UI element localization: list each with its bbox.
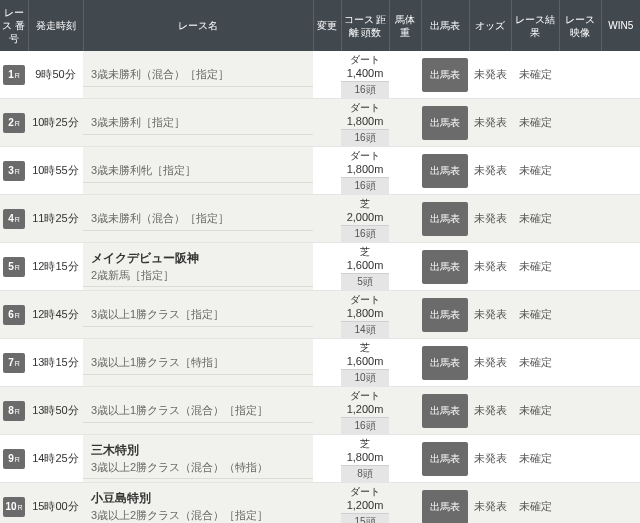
course-surface: ダート <box>341 483 389 499</box>
race-conditions: 3歳未勝利牝［指定］ <box>83 158 313 184</box>
entry-cell: 出馬表 <box>421 435 469 483</box>
race-conditions: 2歳新馬［指定］ <box>83 267 313 288</box>
weight-cell <box>389 195 421 243</box>
entry-list-button[interactable]: 出馬表 <box>422 106 468 140</box>
race-title-line: 三木特別 <box>83 438 313 459</box>
course-heads: 8頭 <box>341 465 389 482</box>
race-no-cell: 1R <box>0 51 28 99</box>
entry-cell: 出馬表 <box>421 243 469 291</box>
start-time: 11時25分 <box>28 195 83 243</box>
header-race-name: レース名 <box>83 0 313 51</box>
race-conditions: 3歳以上2勝クラス（混合）（特指） <box>83 459 313 480</box>
race-conditions: 3歳以上2勝クラス（混合）［指定］ <box>83 507 313 523</box>
change-cell <box>313 243 341 291</box>
result-cell: 未確定 <box>511 147 559 195</box>
entry-cell: 出馬表 <box>421 483 469 524</box>
race-conditions: 3歳未勝利（混合）［指定］ <box>83 62 313 88</box>
entry-cell: 出馬表 <box>421 291 469 339</box>
race-conditions: 3歳以上1勝クラス（混合）［指定］ <box>83 398 313 424</box>
race-name-cell[interactable]: 三木特別3歳以上2勝クラス（混合）（特指） <box>83 435 313 483</box>
header-race-no: レース 番号 <box>0 0 28 51</box>
entry-list-button[interactable]: 出馬表 <box>422 250 468 284</box>
table-row: 10R15時00分小豆島特別3歳以上2勝クラス（混合）［指定］ダート1,200m… <box>0 483 640 524</box>
entry-list-button[interactable]: 出馬表 <box>422 394 468 428</box>
win5-cell <box>601 339 640 387</box>
change-cell <box>313 195 341 243</box>
start-time: 13時15分 <box>28 339 83 387</box>
result-cell: 未確定 <box>511 195 559 243</box>
race-name-cell[interactable]: 3歳未勝利牝［指定］ <box>83 147 313 195</box>
win5-cell <box>601 99 640 147</box>
weight-cell <box>389 339 421 387</box>
entry-list-button[interactable]: 出馬表 <box>422 154 468 188</box>
course-distance: 1,600m <box>341 355 389 369</box>
race-conditions: 3歳未勝利（混合）［指定］ <box>83 206 313 232</box>
change-cell <box>313 387 341 435</box>
weight-cell <box>389 483 421 524</box>
race-name-cell[interactable]: 3歳以上1勝クラス［指定］ <box>83 291 313 339</box>
entry-list-button[interactable]: 出馬表 <box>422 298 468 332</box>
course-distance: 1,800m <box>341 451 389 465</box>
race-name-cell[interactable]: 3歳未勝利（混合）［指定］ <box>83 51 313 99</box>
start-time: 15時00分 <box>28 483 83 524</box>
course-distance: 2,000m <box>341 211 389 225</box>
race-name-cell[interactable]: 3歳未勝利（混合）［指定］ <box>83 195 313 243</box>
race-name-cell[interactable]: 3歳未勝利［指定］ <box>83 99 313 147</box>
race-conditions: 3歳以上1勝クラス［特指］ <box>83 350 313 376</box>
race-name-cell[interactable]: 3歳以上1勝クラス［特指］ <box>83 339 313 387</box>
change-cell <box>313 99 341 147</box>
entry-list-button[interactable]: 出馬表 <box>422 202 468 236</box>
header-course: コース 距離 頭数 <box>341 0 389 51</box>
course-surface: ダート <box>341 291 389 307</box>
course-cell: 芝2,000m16頭 <box>341 195 389 243</box>
course-distance: 1,800m <box>341 115 389 129</box>
win5-cell <box>601 51 640 99</box>
course-distance: 1,800m <box>341 307 389 321</box>
odds-cell: 未発表 <box>469 195 511 243</box>
table-row: 5R12時15分メイクデビュー阪神2歳新馬［指定］芝1,600m5頭出馬表未発表… <box>0 243 640 291</box>
weight-cell <box>389 435 421 483</box>
course-surface: ダート <box>341 51 389 67</box>
race-name-cell[interactable]: メイクデビュー阪神2歳新馬［指定］ <box>83 243 313 291</box>
entry-list-button[interactable]: 出馬表 <box>422 58 468 92</box>
race-name-cell[interactable]: 小豆島特別3歳以上2勝クラス（混合）［指定］ <box>83 483 313 524</box>
race-no-badge: 1R <box>3 65 25 85</box>
result-cell: 未確定 <box>511 51 559 99</box>
race-no-badge: 3R <box>3 161 25 181</box>
start-time: 10時55分 <box>28 147 83 195</box>
entry-list-button[interactable]: 出馬表 <box>422 442 468 476</box>
video-cell <box>559 483 601 524</box>
change-cell <box>313 435 341 483</box>
race-no-badge: 8R <box>3 401 25 421</box>
race-no-cell: 7R <box>0 339 28 387</box>
video-cell <box>559 147 601 195</box>
course-cell: 芝1,600m5頭 <box>341 243 389 291</box>
change-cell <box>313 483 341 524</box>
race-no-badge: 9R <box>3 449 25 469</box>
course-cell: ダート1,400m16頭 <box>341 51 389 99</box>
video-cell <box>559 99 601 147</box>
start-time: 12時45分 <box>28 291 83 339</box>
video-cell <box>559 195 601 243</box>
race-conditions: 3歳以上1勝クラス［指定］ <box>83 302 313 328</box>
video-cell <box>559 243 601 291</box>
table-row: 9R14時25分三木特別3歳以上2勝クラス（混合）（特指）芝1,800m8頭出馬… <box>0 435 640 483</box>
entry-cell: 出馬表 <box>421 99 469 147</box>
entry-list-button[interactable]: 出馬表 <box>422 490 468 524</box>
weight-cell <box>389 243 421 291</box>
win5-cell <box>601 147 640 195</box>
win5-cell <box>601 483 640 524</box>
entry-list-button[interactable]: 出馬表 <box>422 346 468 380</box>
win5-cell <box>601 387 640 435</box>
course-distance: 1,200m <box>341 403 389 417</box>
result-cell: 未確定 <box>511 483 559 524</box>
race-name-cell[interactable]: 3歳以上1勝クラス（混合）［指定］ <box>83 387 313 435</box>
header-start-time: 発走時刻 <box>28 0 83 51</box>
course-surface: 芝 <box>341 243 389 259</box>
race-no-cell: 6R <box>0 291 28 339</box>
race-title: 小豆島特別 <box>91 489 151 507</box>
race-no-badge: 2R <box>3 113 25 133</box>
course-heads: 15頭 <box>341 513 389 523</box>
result-cell: 未確定 <box>511 291 559 339</box>
start-time: 10時25分 <box>28 99 83 147</box>
